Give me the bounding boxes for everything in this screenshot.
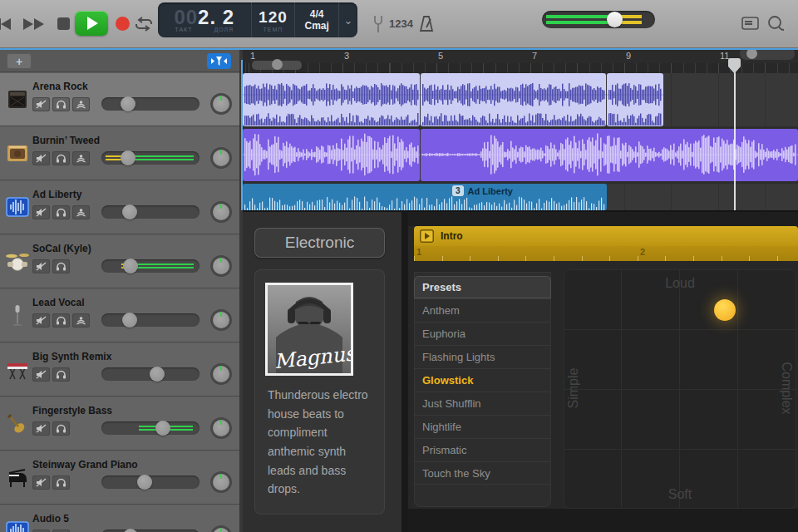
volume-slider[interactable] <box>101 151 200 165</box>
preset-item[interactable]: Flashing Lights <box>414 345 551 368</box>
playhead-line[interactable] <box>734 60 736 210</box>
monitor-button[interactable] <box>72 151 90 165</box>
display-mode-icon[interactable] <box>740 0 760 47</box>
master-volume-slider[interactable] <box>542 11 655 28</box>
mute-button[interactable] <box>32 421 50 436</box>
solo-button[interactable] <box>52 313 70 328</box>
volume-handle[interactable] <box>121 150 135 165</box>
region-play-button[interactable] <box>420 229 434 243</box>
xy-pad-puck[interactable] <box>714 299 736 321</box>
track-row[interactable]: Fingerstyle Bass <box>0 397 239 451</box>
pan-knob[interactable] <box>210 201 232 223</box>
track-row[interactable]: Lead Vocal <box>0 289 239 342</box>
zoom-scroll-handle[interactable] <box>740 50 795 60</box>
region-mini-ruler[interactable]: 1 2 <box>414 246 798 261</box>
drummer-region-bar[interactable]: Intro 1 2 <box>414 226 798 261</box>
track-row[interactable]: Ad Liberty <box>0 181 239 234</box>
volume-handle[interactable] <box>123 259 138 273</box>
solo-button[interactable] <box>52 421 70 436</box>
volume-handle[interactable] <box>150 367 165 382</box>
pan-knob[interactable] <box>210 93 232 115</box>
preset-item[interactable]: Touch the Sky <box>414 461 551 485</box>
audio-region[interactable] <box>607 73 663 126</box>
drummer-avatar[interactable]: Magnus <box>265 283 353 376</box>
audio-region-selected[interactable]: 3 Ad Liberty <box>243 184 607 210</box>
count-in-button[interactable]: 1234 <box>389 0 413 47</box>
solo-button[interactable] <box>52 97 70 111</box>
stop-button[interactable] <box>57 17 70 30</box>
pan-knob[interactable] <box>210 147 232 169</box>
preset-item[interactable]: Anthem <box>414 298 551 322</box>
audio-region[interactable] <box>421 73 606 126</box>
monitor-button[interactable] <box>72 313 90 328</box>
preset-item[interactable]: Just Shufflin <box>414 392 551 415</box>
preset-item[interactable]: Euphoria <box>414 322 551 345</box>
volume-slider[interactable] <box>101 259 200 273</box>
audio-region[interactable] <box>243 129 420 181</box>
pan-knob[interactable] <box>210 471 232 493</box>
lcd-display[interactable]: 002. 2 ТАКТДОЛЯ 120 ТЕМП 4/4 Cmaj ⌄ <box>158 2 357 37</box>
track-row[interactable]: Big Synth Remix <box>0 343 239 397</box>
volume-slider[interactable] <box>101 97 200 111</box>
volume-slider[interactable] <box>101 205 200 219</box>
pan-knob[interactable] <box>210 255 232 277</box>
audio-region[interactable] <box>243 73 420 126</box>
pan-knob[interactable] <box>210 363 232 385</box>
xy-pad[interactable]: Loud Soft Simple Complex <box>564 269 796 509</box>
beat-ruler[interactable] <box>243 63 798 73</box>
mute-button[interactable] <box>32 475 50 490</box>
add-track-button[interactable]: + <box>7 53 32 69</box>
chevron-down-icon[interactable]: ⌄ <box>339 2 357 37</box>
cycle-icon[interactable] <box>133 0 155 47</box>
volume-handle[interactable] <box>122 204 137 219</box>
solo-button[interactable] <box>52 151 70 165</box>
track-row[interactable]: Arena Rock <box>0 73 239 126</box>
solo-button[interactable] <box>52 259 70 273</box>
monitor-button[interactable] <box>72 97 90 111</box>
mute-button[interactable] <box>32 151 50 165</box>
playhead-handle[interactable] <box>728 58 741 77</box>
volume-handle[interactable] <box>155 421 170 436</box>
track-row[interactable]: SoCal (Kyle) <box>0 235 239 288</box>
track-row[interactable]: Burnin’ Tweed <box>0 127 239 180</box>
volume-handle[interactable] <box>123 529 138 532</box>
mute-button[interactable] <box>32 205 50 219</box>
volume-handle[interactable] <box>122 313 137 328</box>
solo-button[interactable] <box>52 205 70 219</box>
preset-item[interactable]: Nightlife <box>414 415 551 438</box>
tuning-fork-icon[interactable] <box>368 0 388 47</box>
cycle-range-handle[interactable] <box>252 61 302 70</box>
track-row[interactable]: Audio 5 <box>0 505 239 532</box>
pan-knob[interactable] <box>210 525 232 532</box>
volume-slider[interactable] <box>101 313 200 327</box>
pan-knob[interactable] <box>210 309 232 331</box>
solo-button[interactable] <box>52 475 70 490</box>
mute-button[interactable] <box>32 367 50 382</box>
genre-button[interactable]: Electronic <box>254 228 385 258</box>
volume-slider[interactable] <box>101 367 200 381</box>
record-button[interactable] <box>116 17 130 31</box>
metronome-icon[interactable] <box>416 0 437 47</box>
arrange-area[interactable]: 1 3 5 7 9 11 3 Ad Liberty <box>243 50 798 210</box>
volume-handle[interactable] <box>121 96 135 111</box>
volume-slider[interactable] <box>101 475 200 489</box>
fast-forward-icon[interactable] <box>22 0 47 47</box>
catch-playhead-button[interactable] <box>207 53 231 69</box>
play-button[interactable] <box>75 11 108 36</box>
timeline-ruler[interactable]: 1 3 5 7 9 11 <box>243 50 798 63</box>
pan-knob[interactable] <box>210 417 232 439</box>
loop-browser-icon[interactable] <box>765 0 786 47</box>
rewind-icon[interactable] <box>0 0 13 47</box>
solo-button[interactable] <box>52 367 70 382</box>
volume-slider[interactable] <box>101 421 200 435</box>
mute-button[interactable] <box>32 97 50 111</box>
track-lanes[interactable]: 3 Ad Liberty <box>243 73 798 210</box>
volume-handle[interactable] <box>137 475 152 490</box>
track-row[interactable]: Steinway Grand Piano <box>0 451 239 505</box>
audio-region[interactable] <box>421 129 798 181</box>
mute-button[interactable] <box>32 259 50 273</box>
preset-item-selected[interactable]: Glowstick <box>414 368 551 392</box>
monitor-button[interactable] <box>72 205 90 219</box>
preset-item[interactable]: Prismatic <box>414 438 551 461</box>
mute-button[interactable] <box>32 313 50 328</box>
